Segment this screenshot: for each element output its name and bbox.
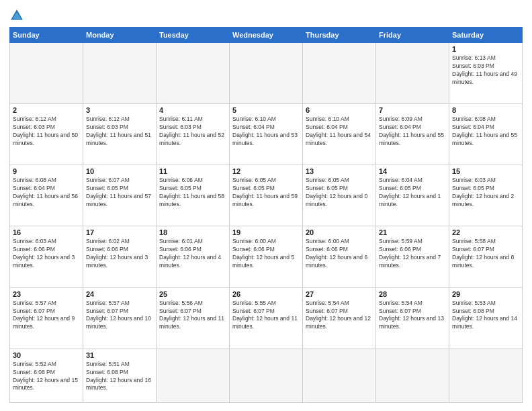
- day-number: 18: [159, 228, 226, 236]
- day-info: Sunrise: 6:10 AMSunset: 6:04 PMDaylight:…: [232, 116, 300, 148]
- calendar-cell: 8Sunrise: 6:08 AMSunset: 6:04 PMDaylight…: [449, 104, 523, 165]
- calendar-cell: [157, 349, 230, 402]
- day-info: Sunrise: 5:57 AMSunset: 6:07 PMDaylight:…: [86, 300, 153, 332]
- day-number: 8: [452, 106, 519, 114]
- day-number: 7: [379, 106, 446, 114]
- day-number: 4: [159, 106, 226, 114]
- logo: [9, 8, 27, 23]
- day-number: 14: [379, 167, 446, 175]
- calendar-cell: [83, 43, 157, 104]
- calendar-cell: 5Sunrise: 6:10 AMSunset: 6:04 PMDaylight…: [230, 104, 303, 165]
- day-info: Sunrise: 5:53 AMSunset: 6:08 PMDaylight:…: [452, 300, 519, 332]
- day-number: 28: [379, 290, 446, 298]
- calendar-cell: [230, 43, 303, 104]
- day-number: 6: [306, 106, 373, 114]
- header: [9, 8, 523, 23]
- day-info: Sunrise: 5:59 AMSunset: 6:06 PMDaylight:…: [379, 238, 446, 270]
- day-number: 25: [159, 290, 226, 298]
- weekday-header-thursday: Thursday: [303, 28, 376, 43]
- calendar-cell: 2Sunrise: 6:12 AMSunset: 6:03 PMDaylight…: [10, 104, 83, 165]
- calendar-cell: [376, 349, 449, 402]
- day-number: 24: [86, 290, 153, 298]
- day-info: Sunrise: 6:05 AMSunset: 6:05 PMDaylight:…: [232, 177, 300, 209]
- day-info: Sunrise: 6:08 AMSunset: 6:04 PMDaylight:…: [452, 116, 519, 148]
- day-number: 10: [86, 167, 153, 175]
- day-number: 1: [452, 45, 519, 53]
- day-info: Sunrise: 6:08 AMSunset: 6:04 PMDaylight:…: [13, 177, 80, 209]
- calendar-cell: 27Sunrise: 5:54 AMSunset: 6:07 PMDayligh…: [303, 287, 376, 349]
- day-info: Sunrise: 5:57 AMSunset: 6:07 PMDaylight:…: [13, 300, 80, 332]
- day-number: 3: [86, 106, 153, 114]
- calendar-cell: 9Sunrise: 6:08 AMSunset: 6:04 PMDaylight…: [10, 165, 83, 226]
- calendar-cell: 31Sunrise: 5:51 AMSunset: 6:08 PMDayligh…: [83, 349, 157, 402]
- calendar-cell: 18Sunrise: 6:01 AMSunset: 6:06 PMDayligh…: [157, 226, 230, 287]
- day-info: Sunrise: 6:11 AMSunset: 6:03 PMDaylight:…: [159, 116, 226, 148]
- day-info: Sunrise: 5:54 AMSunset: 6:07 PMDaylight:…: [306, 300, 373, 332]
- calendar-cell: 30Sunrise: 5:52 AMSunset: 6:08 PMDayligh…: [10, 349, 83, 402]
- day-info: Sunrise: 5:52 AMSunset: 6:08 PMDaylight:…: [13, 361, 80, 393]
- day-info: Sunrise: 5:55 AMSunset: 6:07 PMDaylight:…: [232, 300, 300, 332]
- day-number: 12: [232, 167, 300, 175]
- day-number: 17: [86, 228, 153, 236]
- calendar-cell: 21Sunrise: 5:59 AMSunset: 6:06 PMDayligh…: [376, 226, 449, 287]
- day-number: 23: [13, 290, 80, 298]
- day-info: Sunrise: 6:12 AMSunset: 6:03 PMDaylight:…: [13, 116, 80, 148]
- calendar-cell: [449, 349, 523, 402]
- day-info: Sunrise: 5:58 AMSunset: 6:07 PMDaylight:…: [452, 238, 519, 270]
- day-number: 27: [306, 290, 373, 298]
- day-info: Sunrise: 6:05 AMSunset: 6:05 PMDaylight:…: [306, 177, 373, 209]
- calendar-cell: [10, 43, 83, 104]
- day-info: Sunrise: 6:00 AMSunset: 6:06 PMDaylight:…: [232, 238, 300, 270]
- logo-area: [9, 8, 27, 23]
- calendar-cell: 20Sunrise: 6:00 AMSunset: 6:06 PMDayligh…: [303, 226, 376, 287]
- weekday-header-friday: Friday: [376, 28, 449, 43]
- calendar-cell: 11Sunrise: 6:06 AMSunset: 6:05 PMDayligh…: [157, 165, 230, 226]
- weekday-header-tuesday: Tuesday: [157, 28, 230, 43]
- weekday-header-sunday: Sunday: [10, 28, 83, 43]
- day-info: Sunrise: 6:09 AMSunset: 6:04 PMDaylight:…: [379, 116, 446, 148]
- calendar-cell: 25Sunrise: 5:56 AMSunset: 6:07 PMDayligh…: [157, 287, 230, 349]
- day-info: Sunrise: 6:13 AMSunset: 6:03 PMDaylight:…: [452, 54, 519, 87]
- weekday-header-saturday: Saturday: [449, 28, 523, 43]
- page: SundayMondayTuesdayWednesdayThursdayFrid…: [0, 0, 532, 411]
- day-number: 15: [452, 167, 519, 175]
- weekday-header-wednesday: Wednesday: [230, 28, 303, 43]
- calendar-cell: 7Sunrise: 6:09 AMSunset: 6:04 PMDaylight…: [376, 104, 449, 165]
- calendar-cell: 22Sunrise: 5:58 AMSunset: 6:07 PMDayligh…: [449, 226, 523, 287]
- calendar-cell: 4Sunrise: 6:11 AMSunset: 6:03 PMDaylight…: [157, 104, 230, 165]
- calendar-cell: [157, 43, 230, 104]
- day-number: 31: [86, 351, 153, 359]
- day-number: 30: [13, 351, 80, 359]
- calendar-cell: 6Sunrise: 6:10 AMSunset: 6:04 PMDaylight…: [303, 104, 376, 165]
- calendar-cell: [303, 349, 376, 402]
- day-number: 26: [232, 290, 300, 298]
- day-info: Sunrise: 6:02 AMSunset: 6:06 PMDaylight:…: [86, 238, 153, 270]
- day-info: Sunrise: 6:03 AMSunset: 6:05 PMDaylight:…: [452, 177, 519, 209]
- calendar-cell: 16Sunrise: 6:03 AMSunset: 6:06 PMDayligh…: [10, 226, 83, 287]
- day-number: 9: [13, 167, 80, 175]
- day-info: Sunrise: 6:07 AMSunset: 6:05 PMDaylight:…: [86, 177, 153, 209]
- calendar-cell: 14Sunrise: 6:04 AMSunset: 6:05 PMDayligh…: [376, 165, 449, 226]
- calendar-cell: 23Sunrise: 5:57 AMSunset: 6:07 PMDayligh…: [10, 287, 83, 349]
- day-info: Sunrise: 5:56 AMSunset: 6:07 PMDaylight:…: [159, 300, 226, 332]
- calendar-cell: 26Sunrise: 5:55 AMSunset: 6:07 PMDayligh…: [230, 287, 303, 349]
- day-number: 13: [306, 167, 373, 175]
- calendar-cell: 28Sunrise: 5:54 AMSunset: 6:07 PMDayligh…: [376, 287, 449, 349]
- calendar-cell: [376, 43, 449, 104]
- calendar-cell: 24Sunrise: 5:57 AMSunset: 6:07 PMDayligh…: [83, 287, 157, 349]
- calendar-cell: 1Sunrise: 6:13 AMSunset: 6:03 PMDaylight…: [449, 43, 523, 104]
- calendar-cell: 19Sunrise: 6:00 AMSunset: 6:06 PMDayligh…: [230, 226, 303, 287]
- calendar-cell: 12Sunrise: 6:05 AMSunset: 6:05 PMDayligh…: [230, 165, 303, 226]
- day-info: Sunrise: 5:54 AMSunset: 6:07 PMDaylight:…: [379, 300, 446, 332]
- day-info: Sunrise: 6:01 AMSunset: 6:06 PMDaylight:…: [159, 238, 226, 270]
- calendar-cell: 17Sunrise: 6:02 AMSunset: 6:06 PMDayligh…: [83, 226, 157, 287]
- calendar: SundayMondayTuesdayWednesdayThursdayFrid…: [9, 27, 523, 403]
- day-number: 5: [232, 106, 300, 114]
- day-number: 2: [13, 106, 80, 114]
- day-info: Sunrise: 5:51 AMSunset: 6:08 PMDaylight:…: [86, 361, 153, 393]
- calendar-cell: 29Sunrise: 5:53 AMSunset: 6:08 PMDayligh…: [449, 287, 523, 349]
- calendar-cell: 10Sunrise: 6:07 AMSunset: 6:05 PMDayligh…: [83, 165, 157, 226]
- day-info: Sunrise: 6:00 AMSunset: 6:06 PMDaylight:…: [306, 238, 373, 270]
- day-info: Sunrise: 6:06 AMSunset: 6:05 PMDaylight:…: [159, 177, 226, 209]
- calendar-cell: [303, 43, 376, 104]
